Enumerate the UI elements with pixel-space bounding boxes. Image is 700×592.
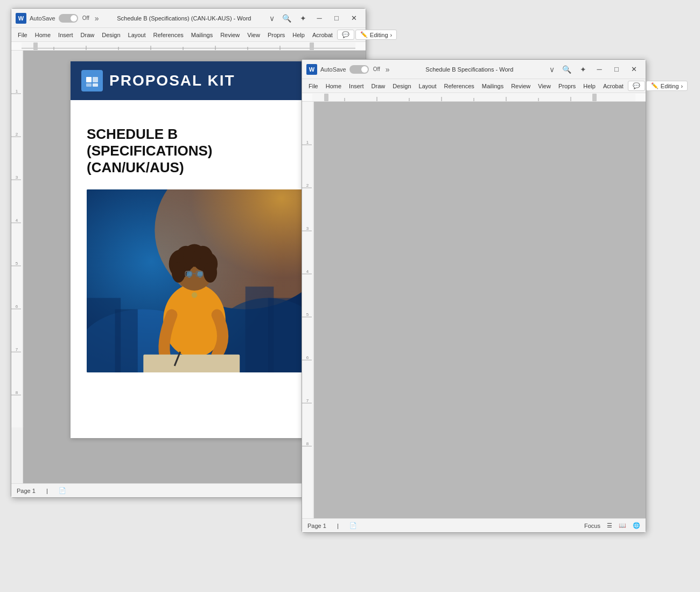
- back-autosave-toggle[interactable]: [59, 14, 78, 23]
- front-menu-references[interactable]: References: [441, 82, 478, 90]
- back-menu-design[interactable]: Design: [99, 31, 123, 39]
- svg-text:5: 5: [306, 312, 309, 317]
- back-menu-review[interactable]: Review: [217, 31, 243, 39]
- front-status-sep: |: [337, 523, 339, 529]
- front-comment-btn[interactable]: 💬: [628, 81, 645, 91]
- svg-rect-62: [592, 94, 597, 101]
- front-menu-view[interactable]: View: [535, 82, 554, 90]
- svg-point-50: [172, 262, 185, 283]
- front-doc-icon[interactable]: 📄: [349, 522, 357, 529]
- svg-rect-1: [22, 48, 355, 48]
- svg-text:7: 7: [306, 398, 309, 403]
- back-word-icon: W: [16, 13, 26, 24]
- back-minimize-btn[interactable]: ─: [312, 12, 327, 25]
- front-side-ruler: 1 2 3 4 5 6 7 8: [302, 102, 314, 518]
- front-search-btn[interactable]: 🔍: [559, 64, 575, 75]
- svg-text:2: 2: [306, 183, 309, 188]
- svg-rect-12: [11, 51, 23, 427]
- back-menu-props[interactable]: Proprs: [264, 31, 288, 39]
- back-designer-btn[interactable]: ✦: [297, 13, 310, 24]
- svg-text:5: 5: [16, 261, 18, 266]
- back-autosave-label: AutoSave: [30, 15, 55, 22]
- svg-rect-0: [22, 43, 355, 50]
- back-title-chevron[interactable]: ∨: [267, 14, 277, 23]
- back-menu-acrobat[interactable]: Acrobat: [309, 31, 336, 39]
- svg-rect-31: [86, 77, 92, 82]
- svg-text:1: 1: [306, 140, 309, 145]
- svg-text:3: 3: [16, 175, 18, 180]
- back-menu-draw[interactable]: Draw: [78, 31, 98, 39]
- back-menu-layout[interactable]: Layout: [125, 31, 149, 39]
- back-maximize-btn[interactable]: □: [329, 12, 344, 25]
- front-menu-insert[interactable]: Insert: [346, 82, 367, 90]
- front-menu-mailings[interactable]: Mailings: [479, 82, 507, 90]
- back-menu-view[interactable]: View: [244, 31, 263, 39]
- front-title-chevron[interactable]: ∨: [547, 65, 557, 74]
- front-view-web[interactable]: 🌐: [633, 522, 640, 529]
- front-view-normal[interactable]: ☰: [607, 522, 612, 529]
- front-scroll-area[interactable]: SCHEDULE B SPECIFICATIONS The project wi…: [314, 102, 646, 518]
- front-menu-acrobat[interactable]: Acrobat: [600, 82, 627, 90]
- back-close-btn[interactable]: ✕: [346, 12, 361, 25]
- svg-point-59: [192, 292, 198, 298]
- proposal-kit-title: Proposal Kit: [109, 72, 235, 89]
- back-menu-insert[interactable]: Insert: [55, 31, 76, 39]
- front-menu-props[interactable]: Proprs: [555, 82, 579, 90]
- back-toggle-off: Off: [82, 15, 89, 21]
- svg-text:8: 8: [16, 390, 18, 395]
- back-comment-btn[interactable]: 💬: [337, 30, 354, 40]
- svg-rect-40: [115, 309, 138, 372]
- front-autosave-label: AutoSave: [320, 66, 346, 73]
- front-window-title: Schedule B Specifications - Word: [392, 66, 547, 73]
- front-menu-review[interactable]: Review: [508, 82, 534, 90]
- back-menu-home[interactable]: Home: [32, 31, 54, 39]
- back-menu-bar: File Home Insert Draw Design Layout Refe…: [11, 28, 366, 42]
- svg-rect-34: [93, 83, 98, 87]
- front-chevron[interactable]: »: [383, 65, 392, 74]
- back-chevron[interactable]: »: [93, 14, 101, 23]
- svg-text:4: 4: [16, 218, 18, 223]
- front-menu-layout[interactable]: Layout: [416, 82, 440, 90]
- front-menu-file[interactable]: File: [305, 82, 321, 90]
- svg-rect-61: [324, 94, 328, 101]
- back-doc-icon[interactable]: 📄: [59, 487, 66, 494]
- front-menu-home[interactable]: Home: [323, 82, 345, 90]
- svg-text:6: 6: [16, 304, 18, 309]
- front-close-btn[interactable]: ✕: [626, 63, 641, 76]
- back-status-sep: |: [46, 488, 48, 494]
- svg-text:2: 2: [16, 132, 18, 137]
- back-menu-mailings[interactable]: Mailings: [188, 31, 216, 39]
- front-maximize-btn[interactable]: □: [609, 63, 624, 76]
- front-menu-design[interactable]: Design: [389, 82, 414, 90]
- front-status-bar: Page 1 | 📄 Focus ☰ 📖 🌐: [302, 518, 646, 532]
- svg-point-51: [204, 262, 217, 283]
- front-word-icon: W: [306, 64, 317, 75]
- front-view-reading[interactable]: 📖: [619, 522, 626, 529]
- svg-rect-57: [143, 354, 240, 372]
- front-editing-btn[interactable]: ✏️ Editing ›: [646, 81, 688, 91]
- front-page-label: Page 1: [307, 523, 326, 529]
- front-menu-bar: File Home Insert Draw Design Layout Refe…: [302, 79, 646, 93]
- front-menu-draw[interactable]: Draw: [368, 82, 389, 90]
- back-menu-file[interactable]: File: [15, 31, 31, 39]
- back-ruler: [11, 42, 366, 51]
- back-search-btn[interactable]: 🔍: [279, 13, 295, 24]
- front-autosave-toggle[interactable]: [349, 65, 369, 74]
- back-menu-help[interactable]: Help: [289, 31, 308, 39]
- svg-rect-2: [33, 43, 38, 50]
- front-toggle-off: Off: [373, 66, 380, 72]
- back-editing-btn[interactable]: ✏️ Editing ›: [355, 30, 397, 40]
- svg-text:3: 3: [306, 226, 309, 231]
- front-designer-btn[interactable]: ✦: [577, 64, 590, 75]
- svg-rect-42: [268, 298, 302, 372]
- front-menu-help[interactable]: Help: [580, 82, 599, 90]
- back-side-ruler: 1 2 3 4 5 6 7 8: [11, 51, 23, 483]
- back-schedule-title: SCHEDULE B(SPECIFICATIONS)(CAN/UK/AUS): [87, 126, 302, 177]
- back-menu-references[interactable]: References: [150, 31, 187, 39]
- front-ruler: [302, 93, 646, 102]
- back-page-label: Page 1: [17, 488, 36, 494]
- svg-text:4: 4: [306, 269, 309, 274]
- front-minimize-btn[interactable]: ─: [592, 63, 607, 76]
- front-focus-label[interactable]: Focus: [584, 523, 600, 529]
- svg-text:7: 7: [16, 347, 18, 352]
